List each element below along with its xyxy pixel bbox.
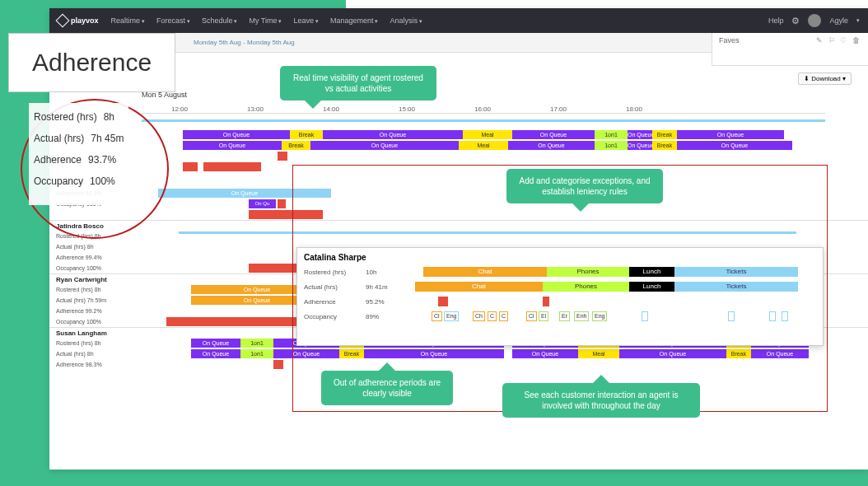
inset-value: 95.2% xyxy=(366,298,399,306)
faves-action-icons[interactable]: ✎ ⚐ ♡ 🗑 xyxy=(816,36,861,44)
callout-tail-icon xyxy=(379,354,395,371)
exception-bar[interactable] xyxy=(278,199,286,208)
activity-bar[interactable]: 1on1 xyxy=(240,349,273,358)
stat-label: Occupancy 100% xyxy=(56,316,138,327)
inset-label: Rostered (hrs) xyxy=(304,269,366,276)
activity-bar[interactable]: On Queue xyxy=(310,141,459,150)
activity-bar[interactable]: Break xyxy=(282,141,310,150)
exception-bar[interactable] xyxy=(543,297,549,306)
activity-bar[interactable]: Break xyxy=(652,130,677,139)
stat-label: Rostered (hrs) 8h xyxy=(56,284,138,295)
nav-forecast[interactable]: Forecast xyxy=(156,16,190,25)
interaction-tag[interactable] xyxy=(769,311,776,321)
metric-value: 93.7% xyxy=(88,154,116,166)
activity-bar[interactable]: On Queue xyxy=(677,130,784,139)
download-button[interactable]: ⬇ Download ▾ xyxy=(798,72,852,85)
metric-value: 7h 45m xyxy=(91,133,124,144)
user-name[interactable]: Agyle xyxy=(829,16,848,25)
user-avatar[interactable] xyxy=(808,14,821,27)
activity-bar[interactable]: Break xyxy=(652,141,677,150)
activity-bar[interactable]: Tickets xyxy=(674,282,798,292)
activity-bar[interactable]: On Queue xyxy=(628,130,652,139)
chevron-down-icon[interactable]: ▾ xyxy=(856,17,860,24)
faves-panel: Faves ✎ ⚐ ♡ 🗑 xyxy=(712,33,868,66)
activity-bar[interactable]: On Queue xyxy=(628,141,652,150)
metric-value: 8h xyxy=(104,111,114,123)
exception-bar[interactable] xyxy=(278,152,287,161)
activity-bar[interactable]: Lunch xyxy=(629,282,674,292)
interaction-tag[interactable]: El xyxy=(539,311,548,321)
activity-bar[interactable]: On Queue xyxy=(677,141,792,150)
download-label: Download xyxy=(811,75,841,82)
stat-label: Adherence 98.3% xyxy=(56,359,138,370)
activity-bar[interactable]: On Queue xyxy=(183,130,290,139)
activity-bar[interactable]: Phones xyxy=(547,267,629,277)
activity-bar[interactable]: 1on1 xyxy=(240,339,273,348)
nav-realtime[interactable]: Realtime xyxy=(111,16,145,25)
brand-logo[interactable]: playvox xyxy=(58,16,99,26)
stat-label: Adherence 99.4% xyxy=(56,252,138,263)
activity-bar[interactable]: Meal xyxy=(463,130,512,139)
stat-label: Rostered (hrs) 8h xyxy=(56,338,138,348)
activity-bar[interactable]: On Queue xyxy=(508,141,595,150)
exception-bar[interactable] xyxy=(273,360,283,369)
activity-bar[interactable]: Phones xyxy=(543,282,629,292)
inset-value: 89% xyxy=(366,313,399,320)
interaction-tag[interactable]: Cl xyxy=(432,311,442,321)
callout-outofadherence: Out of adherence periods are clearly vis… xyxy=(321,371,453,405)
interaction-tag[interactable] xyxy=(728,311,735,321)
playvox-icon xyxy=(56,14,70,28)
activity-bar[interactable]: Meal xyxy=(459,141,508,150)
activity-bar[interactable]: 1on1 xyxy=(595,130,628,139)
nav-analysis[interactable]: Analysis xyxy=(390,16,422,25)
stat-label: Occupancy 100% xyxy=(56,263,138,273)
rostered-span-bar xyxy=(142,119,825,122)
interaction-tag[interactable]: C xyxy=(499,311,508,321)
interaction-tag[interactable]: Ch xyxy=(473,311,485,321)
activity-bar[interactable]: Tickets xyxy=(674,267,798,277)
activity-bar[interactable]: On Queue xyxy=(323,130,463,139)
interaction-tag[interactable]: Eng xyxy=(444,311,459,321)
hour-tick: 16:00 xyxy=(445,105,520,113)
nav-management[interactable]: Management xyxy=(330,16,379,25)
timeline-hours: 12:00 13:00 14:00 15:00 16:00 17:00 18:0… xyxy=(142,105,825,114)
hour-tick: 13:00 xyxy=(217,105,293,113)
activity-bar[interactable]: On Queue xyxy=(191,339,240,348)
activity-bar[interactable]: Chat xyxy=(415,282,543,292)
stat-label: Adherence 99.2% xyxy=(56,306,138,316)
exception-bar[interactable] xyxy=(438,297,448,306)
interaction-tag[interactable]: Er xyxy=(559,311,570,321)
activity-bar[interactable]: Chat xyxy=(423,267,547,277)
inset-label: Actual (hrs) xyxy=(304,283,366,291)
activity-bar[interactable]: On Queue xyxy=(512,130,595,139)
nav-schedule[interactable]: Schedule xyxy=(202,16,237,25)
callout-exceptions: Add and categorise exceptions, and estab… xyxy=(506,169,663,203)
interaction-tag[interactable] xyxy=(642,311,648,321)
help-link[interactable]: Help xyxy=(768,16,784,25)
hour-tick: 17:00 xyxy=(520,105,596,113)
activity-bar[interactable]: Lunch xyxy=(629,267,674,277)
hour-tick: 18:00 xyxy=(596,105,672,113)
activity-bar[interactable]: Break xyxy=(290,130,323,139)
metric-label: Rostered (hrs) xyxy=(34,111,97,123)
callout-tail-icon xyxy=(572,203,589,220)
gear-icon[interactable]: ⚙ xyxy=(791,16,800,26)
hour-tick: 12:00 xyxy=(142,105,217,113)
activity-bar[interactable]: On Queue xyxy=(183,141,282,150)
interaction-tag[interactable]: Cl xyxy=(526,311,537,321)
interaction-tag[interactable]: Eng xyxy=(592,311,607,321)
interaction-tag[interactable]: C xyxy=(488,311,497,321)
inset-value: 9h 41m xyxy=(366,283,399,291)
exception-bar[interactable] xyxy=(203,162,261,171)
stat-label: Actual (hrs) 8h xyxy=(56,241,138,252)
stat-label: Actual (hrs) 8h xyxy=(56,348,138,359)
interaction-tag[interactable] xyxy=(782,311,788,321)
faves-label: Faves xyxy=(719,36,740,44)
nav-mytime[interactable]: My Time xyxy=(249,16,282,25)
exception-bar[interactable] xyxy=(183,162,198,171)
activity-bar[interactable]: 1on1 xyxy=(595,141,628,150)
nav-leave[interactable]: Leave xyxy=(293,16,318,25)
interaction-tag[interactable]: Enh xyxy=(574,311,589,321)
activity-bar[interactable]: On Qu xyxy=(249,199,276,208)
activity-bar[interactable]: On Queue xyxy=(191,349,240,358)
